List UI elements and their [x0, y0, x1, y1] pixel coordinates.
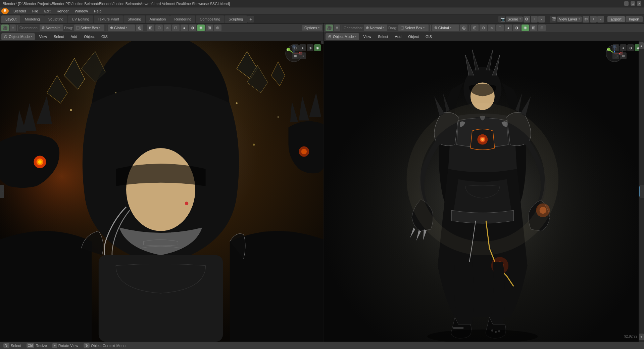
right-viewport-type-icon[interactable]: 🎥: [326, 25, 333, 31]
svg-point-16: [236, 102, 238, 104]
maximize-button[interactable]: □: [631, 1, 635, 6]
tab-compositing[interactable]: Compositing: [196, 15, 224, 23]
left-object-menu[interactable]: Object: [81, 34, 97, 39]
menu-file[interactable]: File: [30, 8, 41, 14]
export-button[interactable]: Export: [607, 16, 625, 22]
tab-scripting[interactable]: Scripting: [225, 15, 247, 23]
tab-shading[interactable]: Shading: [123, 15, 145, 23]
options-chevron: ▾: [318, 26, 319, 29]
scene-remove-icon[interactable]: -: [538, 16, 545, 23]
right-viewport-solid-btn[interactable]: ●: [620, 44, 627, 51]
right-orientation-dropdown[interactable]: ⊕ Normal ▾: [364, 25, 387, 31]
right-viewport[interactable]: X Y Z ◻ ● ◑ ◉: [324, 41, 644, 342]
left-view-menu[interactable]: View: [36, 34, 50, 39]
tab-uv-editing[interactable]: UV Editing: [68, 15, 93, 23]
left-add-menu[interactable]: Add: [68, 34, 80, 39]
n-panel-arrow-down[interactable]: ▼: [639, 334, 644, 340]
proportional-edit[interactable]: ○: [164, 25, 171, 31]
import-button[interactable]: Import: [626, 16, 643, 22]
right-editor-type-icon: ⌗: [336, 26, 338, 30]
right-gizmo-toggle[interactable]: ⊕: [538, 25, 546, 31]
pivot-point-icon[interactable]: ◎: [136, 25, 143, 31]
editor-type-dropdown[interactable]: ⌗: [10, 25, 16, 31]
tab-sculpting[interactable]: Sculpting: [44, 15, 67, 23]
right-drag-dropdown[interactable]: ⬚ Select Box ▾: [398, 25, 429, 31]
scene-settings-icon[interactable]: ⚙: [524, 16, 530, 23]
right-transform-dropdown[interactable]: ⊕ Global ▾: [432, 25, 459, 31]
right-proportional-edit[interactable]: ○: [488, 25, 495, 31]
right-viewport-material-btn[interactable]: ◑: [627, 44, 634, 51]
add-workspace-button[interactable]: +: [247, 16, 254, 23]
orientation-dropdown[interactable]: ⊕ Normal ▾: [40, 25, 63, 31]
right-viewport-overlay-buttons: ◻ ● ◑ ◉ ⊞ ⊕: [612, 44, 641, 59]
options-button[interactable]: Options ▾: [302, 25, 322, 31]
scene-dropdown[interactable]: Scene ▾: [506, 16, 523, 22]
rendered-shading-icon[interactable]: ◉: [197, 25, 205, 31]
viewport-shading-type[interactable]: ◻: [292, 44, 299, 51]
menu-render[interactable]: Render: [54, 8, 71, 14]
gizmo-viewport-btn[interactable]: ⊕: [299, 52, 306, 59]
svg-point-5: [126, 148, 195, 231]
right-select-menu[interactable]: Select: [375, 34, 391, 39]
menu-blender[interactable]: Blender: [11, 8, 29, 14]
right-overlay-viewport-btn[interactable]: ⊞: [612, 52, 619, 59]
menu-window[interactable]: Window: [72, 8, 91, 14]
menu-edit[interactable]: Edit: [42, 8, 53, 14]
drag-dropdown[interactable]: ⬚ Select Box ▾: [74, 25, 104, 31]
right-gis-menu[interactable]: GIS: [423, 34, 435, 39]
left-gis-menu[interactable]: GIS: [99, 34, 110, 39]
right-snap-toggle[interactable]: ⊞: [471, 25, 479, 31]
right-material-icon[interactable]: ◑: [513, 25, 521, 31]
right-viewport-shading-type[interactable]: ◻: [612, 44, 619, 51]
overlay-toggle[interactable]: ⊞: [206, 25, 213, 31]
tab-layout[interactable]: Layout: [1, 15, 20, 23]
right-snap-settings[interactable]: ⊙: [480, 25, 487, 31]
scene-add-icon[interactable]: +: [531, 16, 538, 23]
viewport-material-btn[interactable]: ◑: [307, 44, 313, 51]
right-add-menu[interactable]: Add: [392, 34, 404, 39]
snap-toggle[interactable]: ⊞: [147, 25, 154, 31]
right-rendered-icon[interactable]: ◉: [522, 25, 529, 31]
right-object-menu[interactable]: Object: [405, 34, 422, 39]
view-layer-add-icon[interactable]: +: [590, 16, 597, 23]
left-object-mode-dropdown[interactable]: ◎ Object Mode ▾: [1, 33, 35, 40]
minimize-button[interactable]: —: [624, 1, 629, 6]
viewport-solid-btn[interactable]: ●: [299, 44, 306, 51]
right-wireframe-icon[interactable]: ◻: [496, 25, 504, 31]
right-object-mode-dropdown[interactable]: ◎ Object Mode ▾: [326, 33, 359, 40]
right-panel-collapse[interactable]: ‹: [640, 185, 644, 198]
right-gizmo-viewport-btn[interactable]: ⊕: [620, 52, 627, 59]
editor-type-icon: ⌗: [12, 26, 14, 30]
left-select-menu[interactable]: Select: [51, 34, 67, 39]
gizmo-toggle[interactable]: ⊕: [214, 25, 221, 31]
view-layer-dropdown[interactable]: View Layer ▾: [557, 16, 582, 22]
viewport-rendered-btn[interactable]: ◉: [314, 44, 321, 51]
right-solid-icon[interactable]: ●: [505, 25, 512, 31]
material-preview-icon[interactable]: ◑: [189, 25, 196, 31]
left-panel-collapse[interactable]: ›: [0, 185, 4, 198]
solid-shading-icon[interactable]: ●: [181, 25, 188, 31]
view-layer-settings-icon[interactable]: ⚙: [583, 16, 589, 23]
view-layer-remove-icon[interactable]: -: [597, 16, 604, 23]
close-button[interactable]: ✕: [637, 1, 641, 6]
left-viewport[interactable]: › X Y: [0, 41, 324, 342]
workspace-tabs: Layout Modeling Sculpting UV Editing Tex…: [0, 15, 644, 24]
snap-settings[interactable]: ⊙: [155, 25, 163, 31]
scene-label: Scene: [508, 17, 518, 21]
overlay-viewport-btn[interactable]: ⊞: [292, 52, 299, 59]
viewport-type-icon[interactable]: 🎥: [1, 25, 9, 31]
right-pivot-point-icon[interactable]: ◎: [460, 25, 467, 31]
right-view-menu[interactable]: View: [360, 34, 374, 39]
right-overlay-toggle[interactable]: ⊞: [530, 25, 537, 31]
tab-texture-paint[interactable]: Texture Paint: [94, 15, 123, 23]
viewport-corner-handle[interactable]: [321, 41, 324, 44]
n-panel-arrow-up[interactable]: ▲: [639, 42, 644, 49]
right-editor-type-dropdown[interactable]: ⌗: [334, 25, 340, 31]
tab-animation[interactable]: Animation: [146, 15, 170, 23]
menu-help[interactable]: Help: [91, 8, 104, 14]
tab-modeling[interactable]: Modeling: [21, 15, 44, 23]
transform-dropdown[interactable]: ⊕ Global ▾: [108, 25, 135, 31]
window-controls[interactable]: — □ ✕: [624, 1, 641, 6]
tab-rendering[interactable]: Rendering: [170, 15, 195, 23]
wireframe-shading-icon[interactable]: ◻: [172, 25, 180, 31]
